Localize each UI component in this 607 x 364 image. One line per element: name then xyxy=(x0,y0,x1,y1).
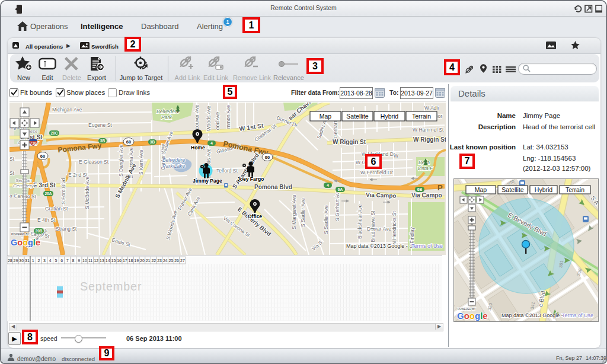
svg-text:Joey Fargo: Joey Fargo xyxy=(237,176,264,182)
svg-text:60: 60 xyxy=(265,155,270,160)
svg-text:E 3rd St: E 3rd St xyxy=(33,182,56,189)
svg-text:7: 7 xyxy=(66,258,69,263)
svg-text:17: 17 xyxy=(123,258,127,263)
svg-text:6B: 6B xyxy=(417,187,423,191)
svg-text:2: 2 xyxy=(37,258,40,263)
svg-text:W: W xyxy=(394,153,398,159)
svg-text:3B: 3B xyxy=(100,139,106,143)
svg-text:Map: Map xyxy=(320,113,332,120)
svg-text:6A: 6A xyxy=(338,187,343,191)
svg-text:24: 24 xyxy=(163,258,168,263)
svg-text:Jimmy Page: Jimmy Page xyxy=(193,178,222,184)
svg-text:18: 18 xyxy=(129,258,133,263)
svg-text:26: 26 xyxy=(174,258,179,263)
svg-text:4: 4 xyxy=(210,141,213,145)
svg-text:23: 23 xyxy=(157,258,162,263)
svg-text:Gratian St: Gratian St xyxy=(45,206,68,212)
svg-text:Terms of Use: Terms of Use xyxy=(562,312,593,318)
svg-text:Blackshear Ave: Blackshear Ave xyxy=(357,204,363,239)
svg-text:Park Lake: Park Lake xyxy=(162,163,186,169)
svg-text:60: 60 xyxy=(126,139,131,145)
svg-text:31: 31 xyxy=(25,258,30,263)
svg-text:5: 5 xyxy=(55,258,57,263)
svg-text:ood Ave: ood Ave xyxy=(215,111,221,130)
svg-text:Google: Google xyxy=(457,311,488,321)
svg-text:P: P xyxy=(437,183,443,192)
svg-text:12: 12 xyxy=(94,258,98,263)
svg-text:S McBride Ave: S McBride Ave xyxy=(84,176,90,209)
svg-text:9: 9 xyxy=(78,258,80,263)
svg-text:20B: 20B xyxy=(36,229,43,233)
svg-text:20A: 20A xyxy=(45,191,52,196)
svg-text:19: 19 xyxy=(134,258,139,263)
svg-text:Terms of Use: Terms of Use xyxy=(411,243,443,249)
svg-text:N Hendricks St: N Hendricks St xyxy=(391,211,397,245)
svg-text:St: St xyxy=(9,156,15,162)
svg-text:W Fernfield Dr: W Fernfield Dr xyxy=(360,170,393,175)
svg-text:Belvedere: Belvedere xyxy=(162,157,186,163)
svg-text:20: 20 xyxy=(140,258,145,263)
svg-text:W Riggin St: W Riggin St xyxy=(413,136,446,143)
svg-text:Park: Park xyxy=(161,114,172,120)
svg-text:Map: Map xyxy=(475,186,487,193)
svg-text:Map data ©2013 Google -: Map data ©2013 Google - xyxy=(346,243,408,249)
svg-text:Hybrid: Hybrid xyxy=(381,113,399,120)
svg-text:4: 4 xyxy=(49,258,52,263)
svg-text:W Riggin St: W Riggin St xyxy=(333,139,366,145)
svg-text:60: 60 xyxy=(40,154,45,159)
svg-text:27: 27 xyxy=(180,258,185,263)
svg-text:20C: 20C xyxy=(51,131,58,135)
svg-text:Hybrid: Hybrid xyxy=(535,186,553,193)
svg-text:Eugene St: Eugene St xyxy=(88,122,112,128)
svg-text:Satellite: Satellite xyxy=(346,113,369,120)
svg-text:29: 29 xyxy=(14,258,18,263)
svg-text:15: 15 xyxy=(111,258,116,263)
svg-text:ncouver Ave: ncouver Ave xyxy=(194,104,200,132)
svg-text:W Hammel St: W Hammel St xyxy=(413,127,444,133)
svg-text:S Kern Ave: S Kern Ave xyxy=(138,149,144,175)
svg-text:Terrain: Terrain xyxy=(412,113,431,120)
svg-text:14: 14 xyxy=(106,258,110,263)
svg-text:S Gerhart Ave: S Gerhart Ave xyxy=(334,189,340,221)
svg-text:30: 30 xyxy=(19,258,24,263)
svg-text:4: 4 xyxy=(327,183,329,187)
svg-text:Google: Google xyxy=(11,238,40,247)
svg-text:September: September xyxy=(80,280,142,293)
svg-text:St: St xyxy=(9,170,15,176)
svg-text:Via Campo: Via Campo xyxy=(411,192,442,199)
svg-text:21: 21 xyxy=(146,258,151,263)
svg-text:Michigan Ave: Michigan Ave xyxy=(52,107,82,113)
svg-text:Map data ©2013 Google -: Map data ©2013 Google - xyxy=(501,312,563,318)
svg-text:13: 13 xyxy=(100,258,104,263)
svg-text:25: 25 xyxy=(169,258,174,263)
svg-text:11: 11 xyxy=(88,258,92,263)
svg-text:3: 3 xyxy=(43,258,46,263)
svg-text:E Gleason St: E Gleason St xyxy=(79,159,109,165)
svg-text:S Dangler Ave: S Dangler Ave xyxy=(118,145,124,177)
svg-text:Telford St: Telford St xyxy=(216,168,238,174)
svg-text:Woods Ave: Woods Ave xyxy=(206,106,212,131)
svg-text:S Sadler Ave: S Sadler Ave xyxy=(323,205,329,234)
svg-text:Office: Office xyxy=(248,213,262,219)
svg-text:Terrain: Terrain xyxy=(566,186,584,193)
svg-text:S Ford Blvd: S Ford Blvd xyxy=(60,178,66,205)
svg-text:Satellite: Satellite xyxy=(501,186,524,193)
svg-text:W Adli: W Adli xyxy=(424,105,439,111)
svg-text:6: 6 xyxy=(60,258,63,263)
svg-text:S Margaret Ave: S Margaret Ave xyxy=(291,194,297,229)
svg-text:3B: 3B xyxy=(150,140,155,144)
svg-text:Via Campo: Via Campo xyxy=(366,191,397,199)
svg-text:10: 10 xyxy=(82,258,87,263)
svg-text:mmon Ave: mmon Ave xyxy=(225,105,231,129)
svg-text:S Sadler Ave: S Sadler Ave xyxy=(300,198,306,227)
svg-text:E 4th St: E 4th St xyxy=(37,217,56,223)
svg-text:N Bradshawe St: N Bradshawe St xyxy=(370,210,376,247)
svg-text:8: 8 xyxy=(72,258,75,263)
svg-text:POWERED BY: POWERED BY xyxy=(11,233,30,236)
svg-text:710: 710 xyxy=(30,141,37,145)
svg-text:Pomona Blvd: Pomona Blvd xyxy=(254,184,292,190)
svg-text:22: 22 xyxy=(151,258,156,263)
svg-text:Home: Home xyxy=(191,145,205,151)
svg-text:1: 1 xyxy=(32,258,34,263)
svg-text:Strang St: Strang St xyxy=(56,226,77,232)
